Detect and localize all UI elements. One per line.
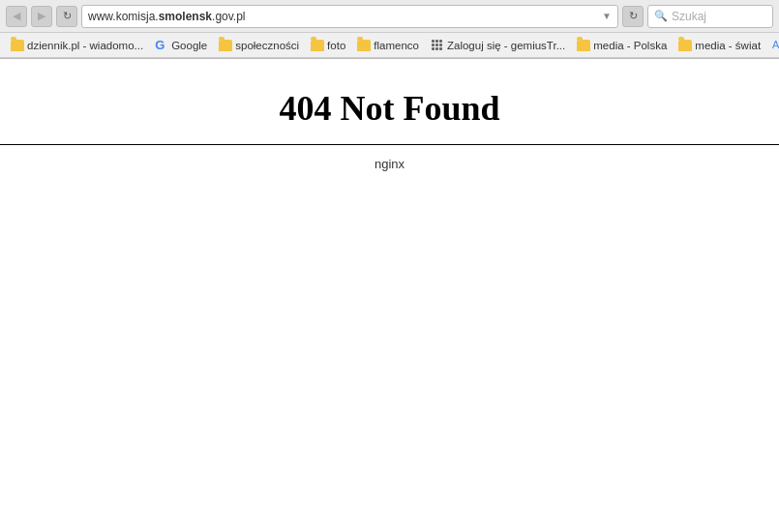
back-button[interactable]: ◀	[6, 6, 27, 27]
bookmark-tlumacz[interactable]: A⇔ Tłumacz	[767, 37, 779, 53]
google-icon: G	[155, 39, 168, 52]
bookmark-folder-icon	[11, 40, 24, 51]
server-label: nginx	[375, 157, 404, 171]
bookmark-foto-label: foto	[327, 40, 345, 51]
browser-chrome: ◀ ▶ ↻ www.komisja.smolensk.gov.pl ▼ ↻ 🔍 …	[0, 0, 779, 59]
bookmark-zaloguj-label: Zaloguj się - gemiusTr...	[447, 40, 565, 51]
bookmark-google[interactable]: G Google	[150, 37, 212, 54]
bookmark-media-polska-label: media - Polska	[593, 40, 667, 51]
search-box[interactable]: 🔍 Szukaj	[647, 5, 773, 28]
bookmark-dziennik[interactable]: dziennik.pl - wiadomо...	[6, 38, 148, 53]
url-domain: smolensk	[159, 10, 212, 23]
forward-button[interactable]: ▶	[31, 6, 52, 27]
search-placeholder-text: Szukaj	[672, 10, 706, 23]
refresh-button[interactable]: ↻	[56, 6, 77, 27]
bookmarks-bar: dziennik.pl - wiadomо... G Google społec…	[0, 33, 779, 58]
address-bar[interactable]: www.komisja.smolensk.gov.pl ▼	[81, 5, 618, 28]
search-icon: 🔍	[654, 10, 668, 22]
url-text: www.komisja.smolensk.gov.pl	[88, 10, 598, 23]
bookmark-zaloguj[interactable]: Zaloguj się - gemiusTr...	[426, 37, 570, 54]
bookmark-spolecznosci[interactable]: społeczności	[214, 38, 304, 53]
bookmark-folder-icon	[357, 40, 371, 51]
bookmark-media-polska[interactable]: media - Polska	[572, 38, 672, 53]
page-content: 404 Not Found nginx	[0, 59, 779, 504]
bookmark-flamenco-label: flamenco	[374, 40, 419, 51]
apps-icon	[431, 39, 444, 52]
bookmark-media-swiat[interactable]: media - świat	[674, 38, 765, 53]
address-bar-row: ◀ ▶ ↻ www.komisja.smolensk.gov.pl ▼ ↻ 🔍 …	[0, 0, 779, 33]
bookmark-media-swiat-label: media - świat	[695, 40, 761, 51]
error-heading: 404 Not Found	[279, 88, 499, 129]
bookmark-dziennik-label: dziennik.pl - wiadomо...	[27, 40, 143, 51]
translate-icon: A⇔	[772, 39, 779, 51]
bookmark-folder-icon	[219, 40, 232, 51]
bookmark-folder-icon	[311, 40, 324, 51]
reload-button[interactable]: ↻	[622, 6, 644, 27]
bookmark-folder-icon	[577, 40, 590, 51]
divider	[0, 144, 779, 145]
bookmark-flamenco[interactable]: flamenco	[352, 38, 424, 53]
bookmark-spolecznosci-label: społeczności	[235, 40, 299, 51]
bookmark-foto[interactable]: foto	[306, 38, 350, 53]
bookmark-folder-icon	[678, 40, 692, 51]
bookmark-google-label: Google	[171, 40, 207, 51]
url-dropdown-arrow[interactable]: ▼	[602, 11, 612, 21]
